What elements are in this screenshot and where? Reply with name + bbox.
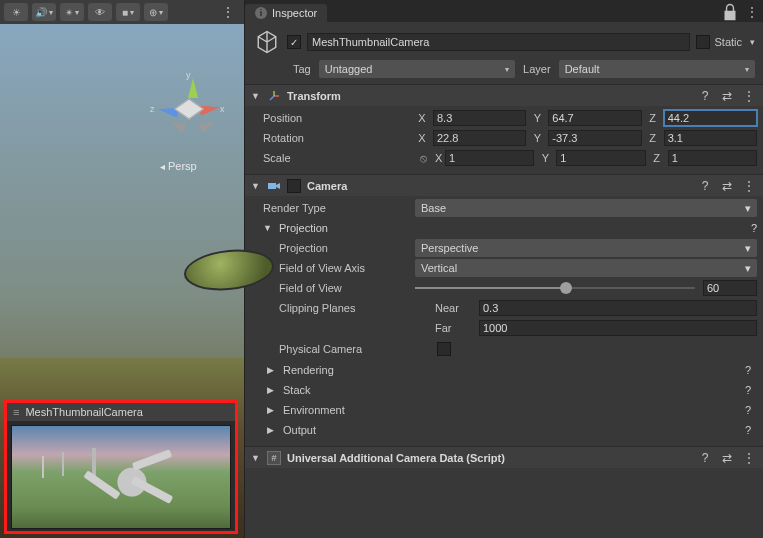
fov-value[interactable]: 60 — [703, 280, 757, 296]
camera-enabled-checkbox[interactable] — [287, 179, 301, 193]
help-icon[interactable]: ? — [745, 424, 751, 436]
visibility-toggle[interactable]: 👁 — [88, 3, 112, 21]
drag-handle-icon[interactable]: ≡ — [13, 406, 19, 418]
help-icon[interactable]: ? — [697, 451, 713, 465]
position-x[interactable]: 8.3 — [433, 110, 526, 126]
physical-camera-label: Physical Camera — [251, 343, 437, 355]
more-icon[interactable]: ⋮ — [741, 89, 757, 103]
stack-foldout[interactable]: ▶Stack? — [251, 380, 757, 400]
rotation-z[interactable]: 3.1 — [664, 130, 757, 146]
more-icon[interactable]: ⋮ — [741, 451, 757, 465]
clipping-label: Clipping Planes — [251, 302, 431, 314]
help-icon[interactable]: ? — [745, 364, 751, 376]
neg-axis-icon[interactable] — [169, 117, 187, 133]
enabled-checkbox[interactable]: ✓ — [287, 35, 301, 49]
scene-toolbar: ☀ 🔊 ✴ 👁 ■ ⊕ ⋮ — [0, 0, 244, 24]
scale-x[interactable]: 1 — [445, 150, 534, 166]
neg-axis-icon[interactable] — [199, 117, 217, 133]
fov-label: Field of View — [251, 282, 411, 294]
transform-header[interactable]: ▼ Transform ? ⇄ ⋮ — [245, 84, 763, 106]
help-icon[interactable]: ? — [751, 222, 757, 234]
camera-header[interactable]: ▼ Camera ? ⇄ ⋮ — [245, 174, 763, 196]
gizmos-toggle[interactable]: ⊕ — [144, 3, 168, 21]
fov-axis-dropdown[interactable]: Vertical▾ — [415, 259, 757, 277]
tab-bar: i Inspector ⋮ — [245, 0, 763, 22]
preset-icon[interactable]: ⇄ — [719, 179, 735, 193]
script-icon: # — [267, 451, 281, 465]
tag-label: Tag — [293, 63, 311, 75]
static-toggle[interactable]: Static ▾ — [696, 35, 755, 49]
gameobject-name-field[interactable]: MeshThumbnailCamera — [307, 33, 690, 51]
lighting-toggle[interactable]: ☀ — [4, 3, 28, 21]
projection-label: Projection — [251, 242, 411, 254]
fov-slider[interactable] — [415, 287, 695, 289]
position-z[interactable]: 44.2 — [664, 110, 757, 126]
tab-inspector[interactable]: i Inspector — [245, 4, 327, 22]
projection-foldout[interactable]: ▼Projection ? — [251, 218, 757, 238]
layer-dropdown[interactable]: Default▾ — [559, 60, 755, 78]
fx-toggle[interactable]: ✴ — [60, 3, 84, 21]
audio-toggle[interactable]: 🔊 — [32, 3, 56, 21]
camera-toggle[interactable]: ■ — [116, 3, 140, 21]
far-label: Far — [435, 322, 475, 334]
far-value[interactable]: 1000 — [479, 320, 757, 336]
inspector-icon: i — [255, 7, 267, 19]
near-label: Near — [435, 302, 475, 314]
transform-icon — [267, 89, 281, 103]
scene-more-icon[interactable]: ⋮ — [217, 4, 240, 20]
scale-y[interactable]: 1 — [556, 150, 645, 166]
preview-title: MeshThumbnailCamera — [25, 406, 142, 418]
y-axis-icon[interactable] — [188, 78, 198, 98]
orientation-gizmo[interactable]: y x z — [150, 70, 230, 150]
help-icon[interactable]: ? — [697, 179, 713, 193]
physical-camera-checkbox[interactable] — [437, 342, 451, 356]
svg-rect-0 — [268, 183, 276, 189]
position-label: Position — [251, 112, 411, 124]
environment-foldout[interactable]: ▶Environment? — [251, 400, 757, 420]
help-icon[interactable]: ? — [697, 89, 713, 103]
camera-body: Render Type Base▾ ▼Projection ? Projecti… — [245, 196, 763, 446]
scene-view[interactable]: ☀ 🔊 ✴ 👁 ■ ⊕ ⋮ y x z Persp ≡ MeshThumbnai… — [0, 0, 244, 538]
layer-label: Layer — [523, 63, 551, 75]
preset-icon[interactable]: ⇄ — [719, 89, 735, 103]
projection-toggle[interactable]: Persp — [160, 160, 197, 172]
camera-preview[interactable]: ≡ MeshThumbnailCamera — [4, 400, 238, 534]
z-axis-label: z — [150, 104, 155, 114]
fov-axis-label: Field of View Axis — [251, 262, 411, 274]
more-icon[interactable]: ⋮ — [741, 179, 757, 193]
gameobject-icon[interactable] — [253, 28, 281, 56]
scale-label: Scale — [251, 152, 411, 164]
foldout-icon[interactable]: ▼ — [251, 181, 261, 191]
output-foldout[interactable]: ▶Output? — [251, 420, 757, 440]
render-type-label: Render Type — [251, 202, 411, 214]
gizmo-cube-icon[interactable] — [174, 99, 204, 120]
rotation-y[interactable]: -37.3 — [548, 130, 641, 146]
lock-icon[interactable] — [719, 2, 741, 22]
preview-render — [11, 425, 231, 529]
camera-icon — [267, 179, 281, 193]
tag-dropdown[interactable]: Untagged▾ — [319, 60, 515, 78]
projection-dropdown[interactable]: Perspective▾ — [415, 239, 757, 257]
transform-body: Position X8.3 Y64.7 Z44.2 Rotation X22.8… — [245, 106, 763, 174]
rotation-label: Rotation — [251, 132, 411, 144]
inspector-panel: i Inspector ⋮ ✓ MeshThumbnailCamera Stat… — [244, 0, 763, 538]
position-y[interactable]: 64.7 — [548, 110, 641, 126]
help-icon[interactable]: ? — [745, 404, 751, 416]
x-axis-label: x — [220, 104, 225, 114]
static-checkbox[interactable] — [696, 35, 710, 49]
scale-z[interactable]: 1 — [668, 150, 757, 166]
gameobject-header: ✓ MeshThumbnailCamera Static ▾ — [245, 22, 763, 58]
near-value[interactable]: 0.3 — [479, 300, 757, 316]
preset-icon[interactable]: ⇄ — [719, 451, 735, 465]
foldout-icon[interactable]: ▼ — [251, 91, 261, 101]
constrain-scale-icon[interactable]: ⦸ — [415, 152, 431, 165]
y-axis-label: y — [186, 70, 191, 80]
foldout-icon[interactable]: ▼ — [251, 453, 261, 463]
chevron-down-icon[interactable]: ▾ — [750, 37, 755, 47]
tab-more-icon[interactable]: ⋮ — [741, 2, 763, 22]
urp-camera-header[interactable]: ▼ # Universal Additional Camera Data (Sc… — [245, 446, 763, 468]
rendering-foldout[interactable]: ▶Rendering? — [251, 360, 757, 380]
help-icon[interactable]: ? — [745, 384, 751, 396]
render-type-dropdown[interactable]: Base▾ — [415, 199, 757, 217]
rotation-x[interactable]: 22.8 — [433, 130, 526, 146]
